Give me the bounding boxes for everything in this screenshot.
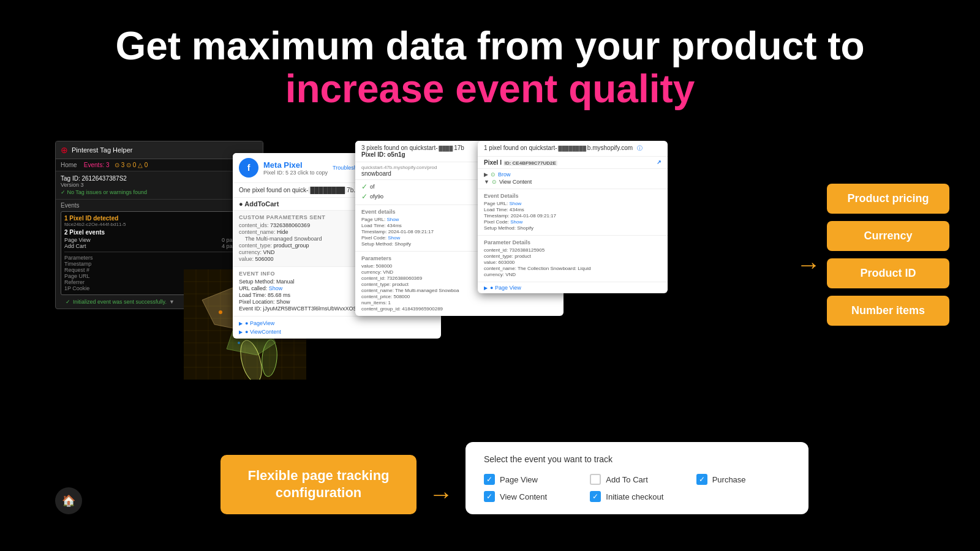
pinterest-nav: Home Events: 3 ⊙ 3 ⊙ 0 △ 0 <box>56 159 263 171</box>
right-content-id-row: content_id: 7326388125905 <box>484 247 662 253</box>
warning-icons: ⊙ 3 ⊙ 0 △ 0 <box>115 162 148 168</box>
initiate-checkout-item: ✓ Initiate checkout <box>590 491 684 502</box>
initiate-checkout-label: Initiate checkout <box>606 492 663 501</box>
currency-badge: Currency <box>827 221 949 251</box>
headline-line2: increase event quality <box>285 67 695 111</box>
meta-info: Meta Pixel Pixel ID: 5 23 click to copy <box>263 160 328 176</box>
pinterest-title: Pinterest Tag Helper <box>72 146 132 154</box>
center-content-group-id-row: content_group_id: 418439965900289 <box>361 306 557 312</box>
add-to-cart-item: Add To Cart <box>590 474 684 485</box>
number-items-badge: Number items <box>827 296 949 326</box>
right-param-details-title: Parameter Details <box>484 239 662 246</box>
add-cart-row: Add Cart 4 parameters <box>64 243 254 249</box>
headline-line1: Get maximum data from your product to <box>115 24 864 68</box>
purchase-label: Purchase <box>712 475 746 484</box>
bottom-section: Flexible page tracking configuration → S… <box>0 442 980 514</box>
page-view-row: Page View 0 parameters <box>64 237 254 243</box>
right-load-time-row: Load Time: 434ms <box>484 207 662 212</box>
tag-id: Tag ID: 26126437387S2 <box>61 175 258 182</box>
right-labels-section: Product pricing Currency Product ID Numb… <box>827 184 949 326</box>
page-view-item: ✓ Page View <box>484 474 578 485</box>
right-content-name-row: content_name: The Collection Snowboard: … <box>484 266 662 271</box>
pinterest-header: ⊕ Pinterest Tag Helper <box>56 141 263 159</box>
right-pixel-id-val: ID: CE4BF98C77UD2E <box>503 160 557 166</box>
flex-tracking-badge: Flexible page tracking configuration <box>221 455 417 514</box>
params-title: Parameters <box>64 255 254 261</box>
content-area: ⊕ Pinterest Tag Helper Home Events: 3 ⊙ … <box>0 135 980 551</box>
right-event-details: Event Details Page URL: Show Load Time: … <box>478 189 668 235</box>
right-timestamp-row: Timestamp: 2024-01-08 09:21:17 <box>484 213 662 219</box>
right-one-pixel-found: 1 pixel found on quickstart-████████b.my… <box>484 144 662 152</box>
pixel-events-label: 2 Pixel events <box>64 229 254 236</box>
right-currency-row: currency: VND <box>484 272 662 277</box>
url-called-link[interactable]: Show <box>269 285 283 291</box>
svg-point-22 <box>238 342 240 344</box>
add-to-cart-label: Add To Cart <box>606 475 647 484</box>
right-param-details: Parameter Details content_id: 7326388125… <box>478 235 668 282</box>
svg-point-20 <box>219 310 222 314</box>
right-pixel-panel: 1 pixel found on quickstart-████████b.my… <box>478 141 668 293</box>
page-view-label: Page View <box>500 475 538 484</box>
right-event-details-title: Event Details <box>484 193 662 199</box>
meta-title: Meta Pixel <box>263 160 328 170</box>
page-view-item: ● PageView <box>239 319 435 328</box>
select-event-panel: Select the event you want to track ✓ Pag… <box>466 442 809 514</box>
meta-pixel-id-sub: Pixel ID: 5 23 click to copy <box>263 170 328 176</box>
view-content-item: ✓ View Content <box>484 491 578 502</box>
page-view-checkbox[interactable]: ✓ <box>484 474 495 485</box>
home-icon: 🏠 <box>62 494 75 508</box>
right-pixel-code-link[interactable]: Show <box>510 219 522 225</box>
right-content-type-row: content_type: product <box>484 253 662 259</box>
purchase-item: ✓ Purchase <box>696 474 790 485</box>
view-content-checkbox[interactable]: ✓ <box>484 491 495 502</box>
headline-section: Get maximum data from your product to in… <box>0 0 980 123</box>
initiate-checkout-checkbox[interactable]: ✓ <box>590 491 601 502</box>
version-label: Version 3 <box>61 182 84 188</box>
right-page-view-item: ● Page View <box>484 285 662 291</box>
product-pricing-badge: Product pricing <box>827 184 949 214</box>
center-page-url-link[interactable]: Show <box>386 217 399 222</box>
add-to-cart-checkbox[interactable] <box>590 474 601 485</box>
no-issues-msg: ✓ No Tag issues or warnings found <box>61 189 258 195</box>
view-content-label: View Content <box>500 492 547 501</box>
home-nav[interactable]: Home <box>61 162 77 168</box>
right-value-row: value: 603000 <box>484 260 662 265</box>
check-icon-1: ✓ <box>361 182 368 191</box>
external-link-icon[interactable]: ↗ <box>657 159 662 165</box>
home-button[interactable]: 🏠 <box>55 487 82 514</box>
page-views-section: ● PageView ● ViewContent <box>233 316 441 339</box>
pixel-detected-title: 1 Pixel ID detected <box>64 215 254 222</box>
right-pixel-header: 1 pixel found on quickstart-████████b.my… <box>478 141 668 157</box>
right-arrow-icon: → <box>796 251 821 279</box>
right-pixel-id: Pixel I ID: CE4BF98C77UD2E ↗ <box>478 157 668 169</box>
tag-section: Tag ID: 26126437387S2 Version 3 ✓ No Tag… <box>56 171 263 200</box>
right-page-url-link[interactable]: Show <box>509 201 521 206</box>
product-id-badge: Product ID <box>827 258 949 288</box>
right-page-view-section: ● Page View <box>478 282 668 293</box>
timestamp-row: Timestamp 1/18/202 <box>64 261 254 267</box>
events-title: Events <box>61 202 258 209</box>
view-content-expand[interactable]: ▼ ⊙ View Content <box>484 179 662 185</box>
browse-expand[interactable]: ▶ ⊙ Brow <box>484 171 662 178</box>
center-content-price-row: content_price: 508000 <box>361 294 557 299</box>
pinterest-logo-icon: ⊕ <box>61 145 68 155</box>
purchase-checkbox[interactable]: ✓ <box>696 474 707 485</box>
right-page-url-row: Page URL: Show <box>484 201 662 206</box>
right-expand-rows: ▶ ⊙ Brow ▼ ⊙ View Content <box>478 169 668 189</box>
flex-arrow-icon: → <box>429 481 453 508</box>
select-event-title: Select the event you want to track <box>484 454 790 464</box>
right-setup-method-row: Setup Method: Shopify <box>484 225 662 231</box>
check-icon-2: ✓ <box>361 192 368 201</box>
center-num-items-row: num_items: 1 <box>361 300 557 305</box>
right-pixel-code-row: Pixel Code: Show <box>484 219 662 225</box>
center-pixel-code-link[interactable]: Show <box>388 235 400 241</box>
view-content-item: ● ViewContent <box>239 328 435 336</box>
pixel-hash: fdce24b2-c2Oe-444f-bd11-5 <box>64 222 254 227</box>
events-count: Events: 3 <box>84 162 110 168</box>
meta-logo: f <box>239 158 258 178</box>
select-event-grid: ✓ Page View Add To Cart ✓ Purchase ✓ Vie… <box>484 474 790 502</box>
